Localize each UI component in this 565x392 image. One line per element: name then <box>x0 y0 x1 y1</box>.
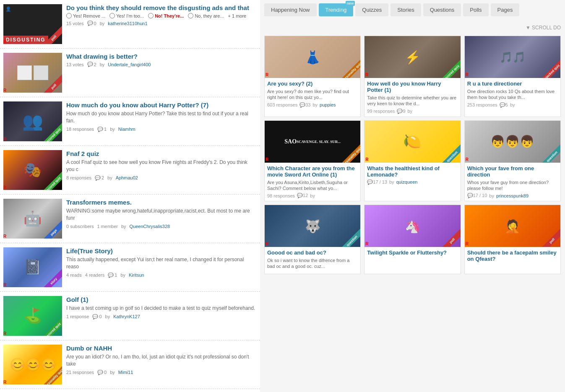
pagination: « 1 2 3 4 ... 2134 » <box>0 389 260 392</box>
item-title[interactable]: Do you think they should remove the disg… <box>66 4 257 11</box>
item-thumbnail: R poll <box>3 53 62 93</box>
author-label: by <box>121 224 126 229</box>
author[interactable]: Mimi11 <box>118 370 133 375</box>
card-title[interactable]: How well do you know Harry Potter (1) <box>367 80 458 93</box>
card-body: Should there be a facepalm smiley on Qfe… <box>465 247 560 266</box>
type-badge: poll <box>540 228 560 247</box>
card-meta: 99 responses 💬9 by <box>367 109 458 114</box>
author[interactable]: puppies <box>320 102 336 107</box>
tab-polls[interactable]: Polls <box>463 3 488 16</box>
r-mark: R <box>365 157 368 162</box>
poll-option[interactable]: Yes! I'm too... <box>109 13 144 18</box>
author[interactable]: princesspunk89 <box>496 193 529 198</box>
list-item: R poll What drawing is better? 13 votes … <box>0 49 260 97</box>
card-body: Which your fave from one direction Whos … <box>465 163 560 201</box>
r-mark: R <box>365 241 368 246</box>
r-mark: R <box>3 234 6 239</box>
author-label: by <box>107 175 112 180</box>
left-column: 👤 DISGUSTING R poll Do you think they sh… <box>0 0 260 392</box>
poll-option[interactable]: No, they are... <box>188 13 224 18</box>
response-count: 98 responses <box>267 193 295 198</box>
type-badge: poll <box>42 74 62 93</box>
item-title[interactable]: Life(True Story) <box>66 247 257 254</box>
r-mark: R <box>266 73 268 77</box>
author[interactable]: QueenChrysalis328 <box>130 224 170 229</box>
item-title[interactable]: Fnaf 2 quiz <box>66 150 257 157</box>
type-badge: question <box>440 144 460 163</box>
item-desc: This actually happened, except Yui isn;t… <box>66 256 257 270</box>
card-desc: Take this quiz to determine whether you … <box>367 95 458 107</box>
tab-happening-now[interactable]: Happening Now <box>264 3 317 16</box>
author[interactable]: Aphmau02 <box>116 175 138 180</box>
author-label: by <box>408 109 413 114</box>
grid-card: 🐺 R question Goood oc and bad oc? Ok so … <box>264 205 361 274</box>
card-body: Twilight Sparkle or Fluttershy? <box>365 247 460 260</box>
poll-option[interactable]: No! They're... <box>148 13 184 18</box>
tab-stories[interactable]: Stories <box>391 3 421 16</box>
item-content: What drawing is better? 13 votes 💬2 by U… <box>62 53 257 93</box>
card-meta: 💬17 / 10 by princesspunk89 <box>467 193 558 198</box>
tab-pages[interactable]: Pages <box>491 3 520 16</box>
tab-trending[interactable]: Trending new <box>319 3 354 16</box>
author[interactable]: Kiritsun <box>129 273 144 278</box>
comment-count: 💬1 <box>108 273 117 278</box>
item-desc: How much do you know about Harry Potter?… <box>66 110 257 125</box>
item-title[interactable]: Dumb or NAHH <box>66 345 257 352</box>
poll-option[interactable]: Yes! Remove ... <box>66 13 105 18</box>
author[interactable]: quizqueen <box>396 179 418 184</box>
card-desc: Are you sexy? do men like you? find out … <box>267 88 358 101</box>
response-count: 21 responses <box>66 370 94 375</box>
r-mark: R <box>3 380 6 384</box>
author[interactable]: katherine3110hun1 <box>108 21 147 26</box>
tab-quizzes[interactable]: Quizzes <box>355 3 388 16</box>
author[interactable]: KathrynK127 <box>113 314 140 319</box>
comment-count: 💬17 / 13 <box>367 179 387 185</box>
comment-count: 💬9 <box>397 109 405 114</box>
type-badge: personality quiz <box>340 60 360 78</box>
comment-count: 💬0 <box>97 370 107 375</box>
author[interactable]: Undertale_fangirl400 <box>108 62 151 67</box>
r-mark: R <box>365 73 368 77</box>
item-title[interactable]: How much do you know about Harry Potter?… <box>66 101 257 109</box>
poll-options: Yes! Remove ... Yes! I'm too... No! They… <box>66 13 257 18</box>
comment-count: 💬2 <box>95 175 104 181</box>
card-title[interactable]: Whats the healthiest kind of Lemonade? <box>367 165 458 178</box>
comment-count: 💬1 <box>97 127 107 132</box>
type-badge: poll <box>440 228 460 247</box>
card-meta: 253 responses 💬5 by <box>467 102 558 108</box>
comment-count: 💬0 <box>87 21 96 26</box>
type-badge: scored quiz <box>42 317 62 336</box>
item-thumbnail: 😊😊😊 R personality quiz <box>3 345 62 384</box>
comment-count: 💬17 / 10 <box>467 193 487 198</box>
tab-questions[interactable]: Questions <box>423 3 461 16</box>
comment-count: 💬12 <box>297 193 308 198</box>
card-title[interactable]: Goood oc and bad oc? <box>267 249 358 256</box>
card-title[interactable]: Which your fave from one direction <box>467 165 558 178</box>
card-meta: 603 responses 💬33 by puppies <box>267 102 358 108</box>
item-meta: 8 responses 💬2 by Aphmau02 <box>66 175 257 181</box>
item-title[interactable]: What drawing is better? <box>66 53 257 60</box>
item-title[interactable]: Transformers memes. <box>66 199 257 206</box>
card-title[interactable]: R u a ture directioner <box>467 80 558 87</box>
grid-card: 🦄 R poll Twilight Sparkle or Fluttershy? <box>364 205 461 274</box>
card-title[interactable]: Are you sexy? (2) <box>267 80 358 87</box>
card-body: Are you sexy? (2) Are you sexy? do men l… <box>265 78 360 110</box>
card-title[interactable]: Twilight Sparkle or Fluttershy? <box>367 249 458 256</box>
comment-count: 💬33 <box>299 102 310 108</box>
card-body: Goood oc and bad oc? Ok so i want to kno… <box>265 247 360 274</box>
card-thumbnail: 🎵🎵 R stacked quiz <box>465 36 560 78</box>
type-badge: page <box>42 220 62 239</box>
card-title[interactable]: Which Character are you from the movie S… <box>267 165 358 178</box>
item-content: Life(True Story) This actually happened,… <box>62 247 257 287</box>
card-title[interactable]: Should there be a facepalm smiley on Qfe… <box>467 249 558 262</box>
r-mark: R <box>466 241 469 246</box>
item-thumbnail: 👥 R scored quiz <box>3 101 62 141</box>
item-content: Do you think they should remove the disg… <box>62 4 257 44</box>
card-desc: Whos your fave guy from one direction? p… <box>467 179 558 192</box>
grid-card: 🎵🎵 R stacked quiz R u a ture directioner… <box>464 36 561 117</box>
author[interactable]: Niamhm <box>118 127 135 132</box>
response-count: 253 responses <box>467 102 497 107</box>
item-content: Fnaf 2 quiz A cool Fnaf quiz to see how … <box>62 150 257 190</box>
list-item: 🤖 R page Transformers memes. WARNING:som… <box>0 195 260 243</box>
item-title[interactable]: Golf (1) <box>66 296 257 303</box>
